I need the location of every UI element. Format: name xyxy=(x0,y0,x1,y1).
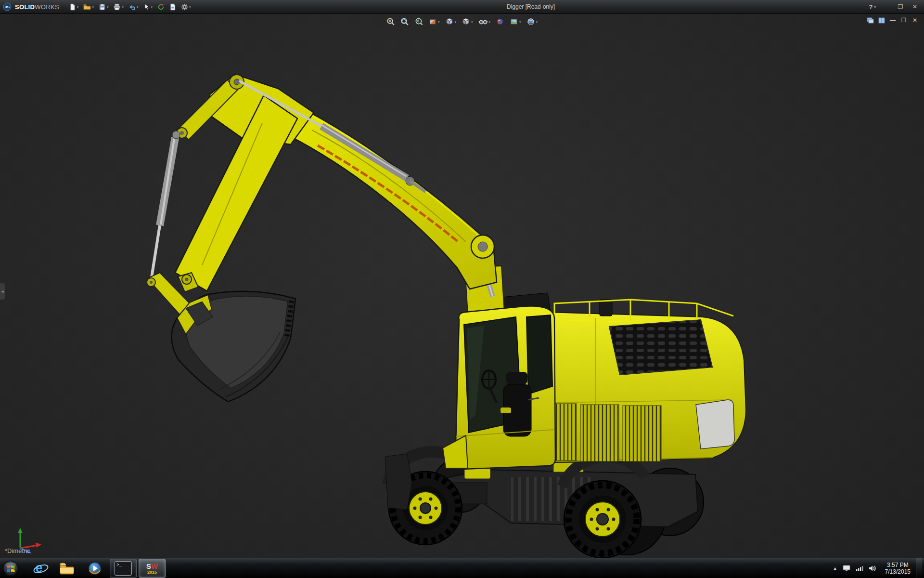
doc-restore-button[interactable]: ❐ xyxy=(900,17,907,24)
tray-expand-icon[interactable]: ▲ xyxy=(833,566,837,571)
cab xyxy=(443,306,555,470)
rear-wheel xyxy=(564,481,641,558)
start-button[interactable] xyxy=(0,558,21,578)
digger-model[interactable] xyxy=(0,13,924,558)
rebuild-icon xyxy=(157,3,165,11)
taskbar-item-solidworks-2015[interactable]: SW 2015 xyxy=(139,559,166,578)
edit-appearance-button[interactable] xyxy=(494,16,506,27)
undo-icon xyxy=(128,3,136,11)
dropdown-caret-icon[interactable]: ▾ xyxy=(438,20,440,24)
close-button[interactable]: ✕ xyxy=(911,3,919,10)
open-folder-icon xyxy=(83,3,91,11)
options-button[interactable]: ▾ xyxy=(179,2,193,12)
apply-scene-button[interactable]: ▾ xyxy=(508,16,523,27)
rebuild-button[interactable] xyxy=(155,2,167,12)
taskbar-app-icons: e >_ SW 2015 xyxy=(26,558,166,578)
titlebar: 3S SOLIDWORKS ▾ ▾ ▾ ▾ ▾ ▾ xyxy=(0,0,924,14)
dropdown-caret-icon[interactable]: ▾ xyxy=(189,5,191,9)
feature-tree-collapse-tab[interactable]: ◄ xyxy=(0,283,5,300)
brand-text: SOLIDWORKS xyxy=(15,3,59,11)
svg-text:3S: 3S xyxy=(5,5,10,9)
display-style-icon xyxy=(462,17,470,26)
view-orientation-cube-icon xyxy=(445,17,453,26)
dropdown-caret-icon[interactable]: ▾ xyxy=(122,5,124,9)
solidworks-logo: 3S SOLIDWORKS xyxy=(3,2,59,11)
select-cursor-icon xyxy=(143,3,150,11)
taskbar-item-file-explorer[interactable] xyxy=(54,559,80,578)
hide-show-items-button[interactable]: ▾ xyxy=(477,16,492,27)
save-button[interactable]: ▾ xyxy=(97,2,111,12)
internet-explorer-icon: e xyxy=(35,562,42,575)
zoom-to-area-button[interactable] xyxy=(399,16,411,27)
view-orientation-button[interactable]: ▾ xyxy=(443,16,458,27)
solidworks-app-icon: SW 2015 xyxy=(146,563,158,575)
dropdown-caret-icon[interactable]: ▾ xyxy=(489,20,491,24)
file-properties-icon xyxy=(169,3,176,11)
dropdown-caret-icon[interactable]: ▾ xyxy=(77,5,79,9)
split-window-icon[interactable] xyxy=(878,17,885,24)
print-button[interactable]: ▾ xyxy=(111,2,126,12)
save-icon xyxy=(99,3,106,11)
dropdown-caret-icon[interactable]: ▾ xyxy=(151,5,153,9)
zoom-to-fit-button[interactable] xyxy=(385,16,397,27)
dropdown-caret-icon[interactable]: ▾ xyxy=(874,5,876,9)
zoom-to-fit-icon xyxy=(386,17,395,26)
graphics-viewport[interactable]: ▾ ▾ ▾ ▾ ▾ ▾ — ❐ ✕ ◄ xyxy=(0,13,924,558)
windows-start-icon xyxy=(2,560,19,577)
volume-icon[interactable] xyxy=(869,565,877,572)
previous-view-icon xyxy=(414,17,423,26)
taskbar-item-media-player[interactable] xyxy=(82,559,108,578)
headsup-view-toolbar: ▾ ▾ ▾ ▾ ▾ ▾ xyxy=(385,16,539,27)
bucket xyxy=(171,291,295,402)
view-settings-button[interactable]: ▾ xyxy=(525,16,539,27)
taskbar-clock[interactable]: 3:57 PM 7/13/2015 xyxy=(885,562,911,575)
new-document-button[interactable]: ▾ xyxy=(67,2,81,12)
file-properties-button[interactable] xyxy=(167,2,178,12)
view-settings-icon xyxy=(526,17,535,26)
dropdown-caret-icon[interactable]: ▾ xyxy=(454,20,456,24)
window-title: Digger [Read-only] xyxy=(192,3,869,10)
apply-scene-icon xyxy=(510,17,518,26)
minimize-button[interactable]: — xyxy=(882,3,890,10)
clock-date: 7/13/2015 xyxy=(885,568,911,575)
taskbar: e >_ SW 2015 xyxy=(0,558,924,578)
command-prompt-icon: >_ xyxy=(115,561,132,576)
show-desktop-button[interactable] xyxy=(916,558,922,578)
folder-icon xyxy=(59,562,75,575)
new-document-icon xyxy=(69,3,76,11)
section-view-button[interactable]: ▾ xyxy=(427,16,441,27)
hide-show-glasses-icon xyxy=(478,17,488,26)
taskbar-item-internet-explorer[interactable]: e xyxy=(26,559,52,578)
view-orientation-label: *Dimetric xyxy=(5,547,30,554)
tray-app-icon[interactable] xyxy=(843,565,850,572)
help-button[interactable]: ? ▾ xyxy=(869,3,876,11)
taskbar-item-command-prompt[interactable]: >_ xyxy=(110,559,137,578)
print-icon xyxy=(113,3,121,11)
dropdown-caret-icon[interactable]: ▾ xyxy=(519,20,521,24)
dropdown-caret-icon[interactable]: ▾ xyxy=(92,5,94,9)
dropdown-caret-icon[interactable]: ▾ xyxy=(536,20,538,24)
options-gear-icon xyxy=(181,3,188,11)
undo-button[interactable]: ▾ xyxy=(127,2,141,12)
previous-view-button[interactable] xyxy=(413,16,424,27)
section-view-icon xyxy=(428,17,437,26)
restore-button[interactable]: ❐ xyxy=(896,3,905,10)
zoom-to-area-icon xyxy=(400,17,409,26)
display-style-button[interactable]: ▾ xyxy=(460,16,475,27)
clock-time: 3:57 PM xyxy=(885,562,911,568)
front-support xyxy=(385,454,412,510)
select-button[interactable]: ▾ xyxy=(141,2,154,12)
doc-minimize-button[interactable]: — xyxy=(889,17,896,24)
media-player-icon xyxy=(88,562,102,575)
open-button[interactable]: ▾ xyxy=(81,2,96,12)
system-tray: ▲ 3:57 PM 7/13/2015 xyxy=(833,558,924,578)
dropdown-caret-icon[interactable]: ▾ xyxy=(137,5,139,9)
help-label: ? xyxy=(869,3,873,11)
boom-assembly xyxy=(147,74,504,316)
dropdown-caret-icon[interactable]: ▾ xyxy=(107,5,109,9)
new-window-icon[interactable] xyxy=(867,17,874,24)
network-icon[interactable] xyxy=(856,565,863,572)
doc-close-button[interactable]: ✕ xyxy=(911,17,918,24)
3ds-logo-icon: 3S xyxy=(3,2,13,11)
dropdown-caret-icon[interactable]: ▾ xyxy=(471,20,473,24)
